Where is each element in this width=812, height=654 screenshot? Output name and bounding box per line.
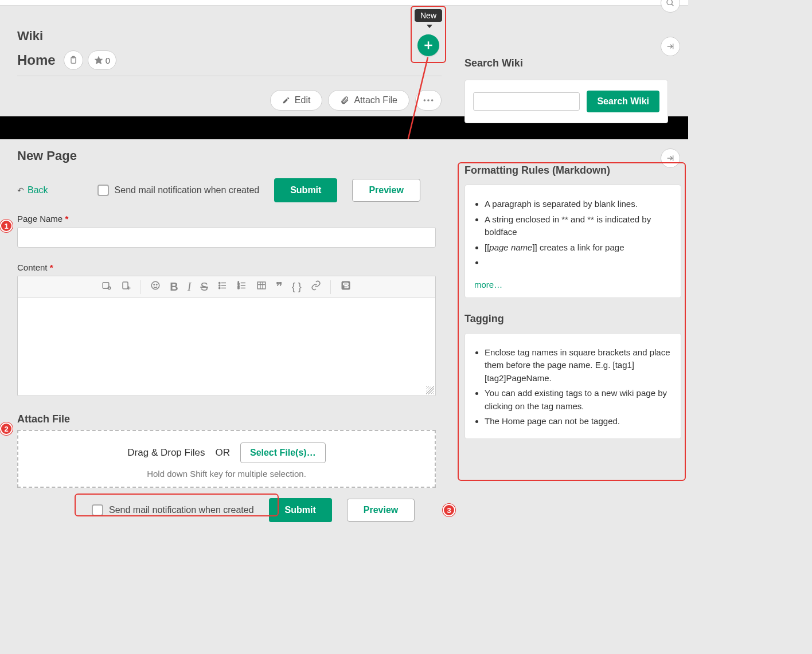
- toolbar-ol-icon[interactable]: 123: [237, 280, 247, 293]
- svg-text:3: 3: [237, 286, 239, 289]
- toolbar-newpage-icon[interactable]: [121, 280, 131, 293]
- notify-checkbox[interactable]: [97, 185, 109, 196]
- tag-item: The Home page can not be tagged.: [485, 415, 672, 428]
- content-editor[interactable]: B I S 123 ❞ { }: [17, 276, 436, 396]
- more-link[interactable]: more…: [474, 280, 502, 289]
- fmt-item: A string enclosed in ** and ** is indica…: [485, 213, 672, 239]
- attach-label: Attach File: [354, 95, 397, 105]
- new-page-title: New Page: [17, 148, 677, 163]
- svg-point-5: [424, 99, 426, 101]
- annotation-marker-1: 1: [0, 220, 13, 232]
- toolbar-link-icon[interactable]: [311, 280, 321, 293]
- or-label: OR: [215, 447, 230, 459]
- search-wiki-panel: Search Wiki Search Wiki: [464, 57, 668, 123]
- fmt-item: A paragraph is separated by blank lines.: [485, 198, 672, 211]
- resize-grip-icon[interactable]: [426, 386, 434, 394]
- preview-button-bottom[interactable]: Preview: [347, 499, 415, 522]
- svg-point-28: [218, 287, 220, 288]
- wiki-section-title: Wiki: [17, 29, 677, 44]
- submit-button[interactable]: Submit: [274, 178, 337, 202]
- svg-point-7: [431, 99, 434, 101]
- undo-icon: ↶: [17, 186, 24, 195]
- svg-point-24: [218, 282, 220, 283]
- back-label: Back: [28, 185, 48, 195]
- toolbar-emoji-icon[interactable]: [150, 280, 161, 293]
- formatting-rules-title: Formatting Rules (Markdown): [464, 165, 681, 177]
- select-files-button[interactable]: Select File(s)…: [240, 442, 326, 463]
- help-sidebar: Formatting Rules (Markdown) A paragraph …: [464, 165, 681, 454]
- toolbar-code-icon[interactable]: { }: [292, 281, 302, 293]
- toolbar-quote-icon[interactable]: ❞: [276, 280, 283, 295]
- svg-marker-4: [95, 56, 102, 64]
- svg-point-26: [218, 285, 220, 286]
- preview-button[interactable]: Preview: [352, 179, 420, 202]
- annotation-highlight-new: [411, 6, 446, 63]
- toolbar-ul-icon[interactable]: [217, 280, 228, 293]
- edit-label: Edit: [295, 95, 311, 105]
- tagging-title: Tagging: [464, 313, 681, 325]
- svg-point-17: [108, 287, 111, 289]
- svg-point-23: [157, 284, 158, 285]
- toolbar-link-ref-icon[interactable]: [102, 280, 112, 293]
- toolbar-fullscreen-icon[interactable]: [340, 280, 352, 294]
- file-drop-zone[interactable]: Drag & Drop Files OR Select File(s)… Hol…: [17, 430, 436, 488]
- notify-label-bottom: Send mail notification when created: [109, 505, 254, 515]
- toolbar-strike-icon[interactable]: S: [200, 280, 208, 293]
- editor-body[interactable]: [18, 298, 435, 395]
- svg-point-6: [427, 99, 430, 101]
- back-link[interactable]: ↶ Back: [17, 185, 48, 195]
- svg-point-22: [154, 284, 155, 285]
- search-button[interactable]: Search Wiki: [587, 91, 659, 112]
- new-page-section: New Page ↶ Back Send mail notification w…: [0, 139, 688, 539]
- tag-item: You can add existing tags to a new wiki …: [485, 387, 672, 413]
- page-toolbar: Edit Attach File: [17, 90, 442, 111]
- editor-toolbar: B I S 123 ❞ { }: [18, 276, 435, 298]
- page-name-input[interactable]: [17, 227, 436, 248]
- bottom-action-row: Send mail notification when created Subm…: [92, 498, 677, 522]
- tagging-box: Enclose tag names in square brackets and…: [464, 333, 681, 439]
- page-title-row: Home 0: [17, 50, 442, 76]
- notify-checkbox-row-bottom: Send mail notification when created: [92, 504, 254, 516]
- toolbar-bold-icon[interactable]: B: [170, 280, 178, 293]
- shift-hint: Hold down Shift key for multiple selecti…: [24, 469, 429, 479]
- collapse-sidebar-icon[interactable]: [661, 37, 680, 56]
- notify-checkbox-row: Send mail notification when created: [97, 185, 260, 196]
- star-count: 0: [106, 56, 110, 65]
- star-button[interactable]: 0: [88, 50, 116, 70]
- app-header-strip: [0, 0, 688, 6]
- search-input[interactable]: [473, 92, 580, 111]
- annotation-marker-3: 3: [443, 504, 455, 516]
- drag-drop-label: Drag & Drop Files: [127, 447, 205, 459]
- notify-checkbox-bottom[interactable]: [92, 504, 103, 516]
- svg-point-21: [152, 281, 160, 289]
- svg-rect-36: [257, 282, 266, 289]
- page-title: Home: [17, 52, 56, 68]
- fmt-item: [[page name]] creates a link for page: [485, 241, 672, 254]
- wiki-home-section: Wiki Home 0 Edit Attach File: [0, 0, 688, 116]
- toolbar-table-icon[interactable]: [256, 280, 267, 293]
- edit-button[interactable]: Edit: [270, 90, 323, 111]
- submit-button-bottom[interactable]: Submit: [269, 498, 332, 522]
- more-menu-button[interactable]: [415, 90, 442, 111]
- clipboard-icon[interactable]: [64, 50, 83, 70]
- annotation-marker-2: 2: [0, 422, 13, 435]
- fmt-item: [485, 256, 672, 269]
- attach-file-button[interactable]: Attach File: [328, 90, 409, 111]
- notify-label: Send mail notification when created: [115, 185, 260, 195]
- tag-item: Enclose tag names in square brackets and…: [485, 346, 672, 385]
- toolbar-italic-icon[interactable]: I: [188, 280, 192, 293]
- search-panel-title: Search Wiki: [464, 57, 668, 69]
- formatting-rules-box: A paragraph is separated by blank lines.…: [464, 185, 681, 298]
